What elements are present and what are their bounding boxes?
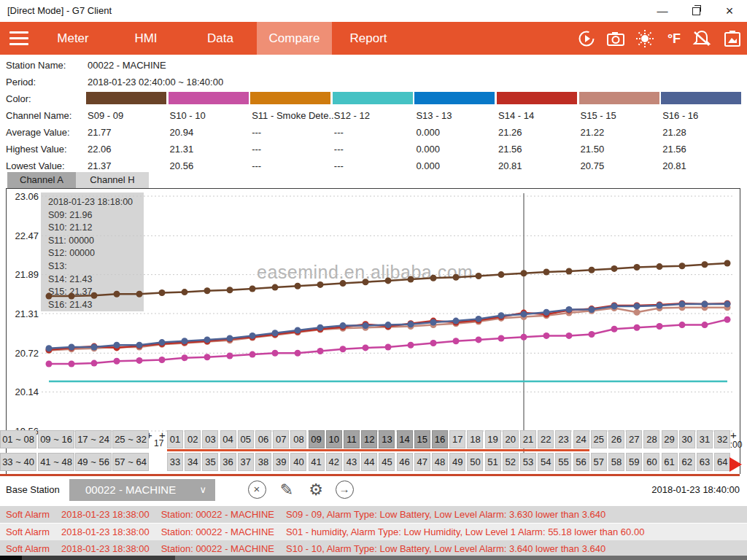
alarm-row[interactable]: Soft Alarm2018-01-23 18:38:00Station: 00… — [0, 524, 747, 540]
channel-button-03[interactable]: 03 — [202, 430, 218, 448]
channel-button-38[interactable]: 38 — [255, 453, 271, 471]
channel-button-54[interactable]: 54 — [538, 453, 554, 471]
channel-button-13[interactable]: 13 — [379, 430, 395, 448]
channel-button-64[interactable]: 64 — [714, 453, 730, 471]
channel-button-48[interactable]: 48 — [432, 453, 448, 471]
channel-button-09[interactable]: 09 — [309, 430, 325, 448]
channel-button-37[interactable]: 37 — [238, 453, 254, 471]
channel-button-07[interactable]: 07 — [273, 430, 289, 448]
channel-button-36[interactable]: 36 — [220, 453, 236, 471]
channel-button-42[interactable]: 42 — [326, 453, 342, 471]
channel-button-46[interactable]: 46 — [397, 453, 413, 471]
channel-button-04[interactable]: 04 — [220, 430, 236, 448]
tab-channel-a[interactable]: Channel A — [7, 172, 76, 188]
nav-item-hmi[interactable]: HMI — [108, 22, 184, 55]
channel-button-27[interactable]: 27 — [626, 430, 642, 448]
channel-button-31[interactable]: 31 — [697, 430, 713, 448]
channel-button-23[interactable]: 23 — [555, 430, 571, 448]
channel-button-61[interactable]: 61 — [662, 453, 678, 471]
channel-button-55[interactable]: 55 — [555, 453, 571, 471]
alarm-time: 2018-01-23 18:38:00 — [61, 509, 150, 520]
close-button[interactable]: × — [713, 0, 746, 22]
nav-item-report[interactable]: Report — [332, 22, 405, 55]
channel-button-59[interactable]: 59 — [626, 453, 642, 471]
channel-button-60[interactable]: 60 — [643, 453, 659, 471]
channel-button-32[interactable]: 32 — [714, 430, 730, 448]
channel-button-56[interactable]: 56 — [573, 453, 589, 471]
fahrenheit-icon[interactable]: °F — [661, 28, 687, 49]
channel-button-62[interactable]: 62 — [679, 453, 695, 471]
channel-button-35[interactable]: 35 — [202, 453, 218, 471]
channel-group-button[interactable]: 49 ~ 56 — [75, 453, 112, 471]
channel-button-28[interactable]: 28 — [643, 430, 659, 448]
channel-button-63[interactable]: 63 — [697, 453, 713, 471]
cancel-icon[interactable]: × — [247, 481, 266, 499]
channel-group-button[interactable]: 25 ~ 32 — [112, 430, 149, 448]
channel-button-57[interactable]: 57 — [591, 453, 607, 471]
channel-button-53[interactable]: 53 — [520, 453, 536, 471]
channel-button-41[interactable]: 41 — [309, 453, 325, 471]
restore-button[interactable] — [680, 0, 712, 22]
channel-button-21[interactable]: 21 — [520, 430, 536, 448]
nav-item-compare[interactable]: Compare — [257, 22, 332, 55]
channel-button-52[interactable]: 52 — [503, 453, 519, 471]
alarm-row[interactable]: Soft Alarm2018-01-23 18:38:00Station: 00… — [0, 540, 747, 557]
channel-button-18[interactable]: 18 — [467, 430, 483, 448]
settings-icon[interactable]: ⚙ — [306, 481, 325, 499]
channel-button-01[interactable]: 01 — [167, 430, 183, 448]
image-export-icon[interactable] — [722, 28, 743, 49]
channel-button-06[interactable]: 06 — [255, 430, 271, 448]
channel-button-25[interactable]: 25 — [591, 430, 607, 448]
average-value: --- — [252, 124, 333, 141]
minimize-button[interactable]: — — [646, 0, 678, 22]
channel-button-49[interactable]: 49 — [449, 453, 465, 471]
channel-group-button[interactable]: 41 ~ 48 — [38, 453, 74, 471]
channel-button-15[interactable]: 15 — [414, 430, 430, 448]
channel-button-50[interactable]: 50 — [467, 453, 483, 471]
brightness-icon[interactable] — [635, 28, 655, 49]
channel-button-33[interactable]: 33 — [167, 453, 183, 471]
channel-button-39[interactable]: 39 — [273, 453, 289, 471]
go-icon[interactable]: → — [335, 481, 354, 499]
channel-group-button[interactable]: 33 ~ 40 — [0, 453, 36, 471]
channel-button-26[interactable]: 26 — [608, 430, 624, 448]
tab-channel-h[interactable]: Channel H — [76, 172, 149, 188]
channel-button-34[interactable]: 34 — [185, 453, 201, 471]
channel-button-17[interactable]: 17 — [449, 430, 465, 448]
nav-item-data[interactable]: Data — [184, 22, 257, 55]
channel-group-button[interactable]: 09 ~ 16 — [38, 430, 74, 448]
channel-button-24[interactable]: 24 — [573, 430, 589, 448]
channel-button-44[interactable]: 44 — [361, 453, 377, 471]
channel-button-47[interactable]: 47 — [414, 453, 430, 471]
channel-button-19[interactable]: 19 — [485, 430, 501, 448]
channel-button-58[interactable]: 58 — [608, 453, 624, 471]
channel-button-12[interactable]: 12 — [361, 430, 377, 448]
channel-button-29[interactable]: 29 — [662, 430, 678, 448]
channel-button-51[interactable]: 51 — [485, 453, 501, 471]
channel-button-16[interactable]: 16 — [432, 430, 448, 448]
nav-item-meter[interactable]: Meter — [38, 22, 108, 55]
base-station-dropdown[interactable]: 00022 - MACHINE ∨ — [69, 479, 215, 501]
channel-button-22[interactable]: 22 — [538, 430, 554, 448]
channel-button-02[interactable]: 02 — [185, 430, 201, 448]
channel-button-08[interactable]: 08 — [290, 430, 306, 448]
scroll-right-arrow[interactable] — [729, 457, 742, 472]
channel-button-10[interactable]: 10 — [326, 430, 342, 448]
camera-icon[interactable] — [605, 28, 626, 49]
channel-button-20[interactable]: 20 — [503, 430, 519, 448]
channel-button-45[interactable]: 45 — [379, 453, 395, 471]
channel-button-05[interactable]: 05 — [238, 430, 254, 448]
channel-button-30[interactable]: 30 — [679, 430, 695, 448]
channel-button-14[interactable]: 14 — [397, 430, 413, 448]
hamburger-menu-icon[interactable] — [9, 31, 28, 45]
edit-icon[interactable]: ✎ — [277, 481, 296, 499]
sync-history-icon[interactable] — [576, 28, 597, 49]
alarm-row[interactable]: Soft Alarm2018-01-23 18:38:00Station: 00… — [0, 506, 747, 523]
channel-button-11[interactable]: 11 — [344, 430, 360, 448]
channel-group-button[interactable]: 01 ~ 08 — [0, 430, 36, 448]
channel-button-43[interactable]: 43 — [344, 453, 360, 471]
channel-group-button[interactable]: 17 ~ 24 — [75, 430, 112, 448]
alarm-mute-icon[interactable] — [692, 28, 712, 49]
channel-button-40[interactable]: 40 — [290, 453, 306, 471]
channel-group-button[interactable]: 57 ~ 64 — [112, 453, 149, 471]
